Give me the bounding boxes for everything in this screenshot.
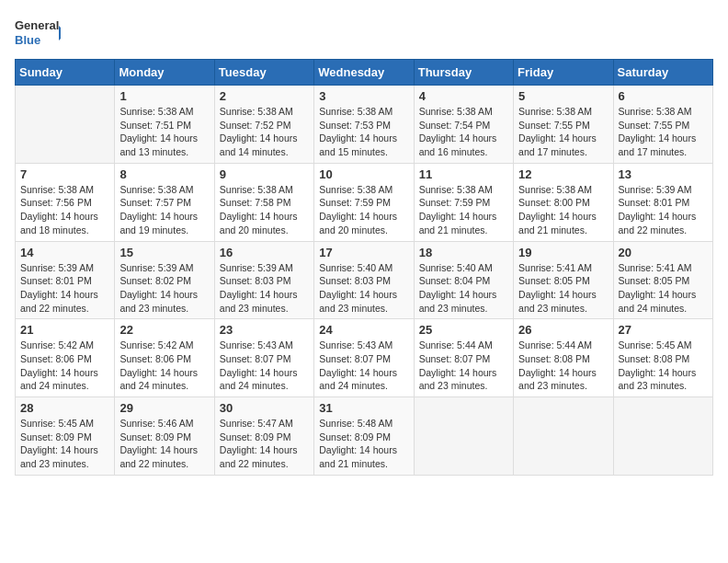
day-number: 3	[319, 89, 408, 103]
day-info: Sunrise: 5:38 AM Sunset: 7:58 PM Dayligh…	[220, 183, 309, 237]
day-header-thursday: Thursday	[414, 60, 513, 86]
day-number: 22	[119, 323, 209, 337]
calendar-cell: 4Sunrise: 5:38 AM Sunset: 7:54 PM Daylig…	[414, 86, 513, 164]
day-info: Sunrise: 5:45 AM Sunset: 8:08 PM Dayligh…	[619, 339, 708, 393]
day-number: 26	[518, 323, 608, 337]
day-info: Sunrise: 5:39 AM Sunset: 8:03 PM Dayligh…	[220, 261, 309, 316]
calendar-cell: 17Sunrise: 5:40 AM Sunset: 8:03 PM Dayli…	[314, 241, 414, 319]
day-info: Sunrise: 5:39 AM Sunset: 8:02 PM Dayligh…	[119, 261, 209, 316]
day-info: Sunrise: 5:38 AM Sunset: 7:53 PM Dayligh…	[319, 105, 408, 159]
day-info: Sunrise: 5:40 AM Sunset: 8:03 PM Dayligh…	[319, 261, 408, 316]
day-number: 14	[20, 246, 109, 259]
calendar-cell: 22Sunrise: 5:42 AM Sunset: 8:06 PM Dayli…	[115, 319, 214, 397]
day-header-friday: Friday	[514, 60, 613, 86]
day-number: 5	[518, 89, 608, 103]
day-number: 12	[518, 167, 608, 181]
day-info: Sunrise: 5:38 AM Sunset: 7:56 PM Dayligh…	[20, 183, 109, 237]
day-info: Sunrise: 5:38 AM Sunset: 7:54 PM Dayligh…	[419, 105, 508, 159]
day-number: 20	[619, 246, 708, 259]
calendar-cell	[613, 397, 712, 476]
day-info: Sunrise: 5:38 AM Sunset: 7:51 PM Dayligh…	[119, 105, 209, 159]
calendar-cell: 12Sunrise: 5:38 AM Sunset: 8:00 PM Dayli…	[514, 163, 613, 241]
calendar-cell: 29Sunrise: 5:46 AM Sunset: 8:09 PM Dayli…	[115, 397, 214, 476]
header: General Blue	[15, 15, 713, 52]
calendar-cell: 9Sunrise: 5:38 AM Sunset: 7:58 PM Daylig…	[214, 163, 313, 241]
day-info: Sunrise: 5:38 AM Sunset: 7:55 PM Dayligh…	[518, 105, 608, 159]
calendar-cell: 8Sunrise: 5:38 AM Sunset: 7:57 PM Daylig…	[115, 163, 214, 241]
day-header-saturday: Saturday	[613, 60, 712, 86]
day-info: Sunrise: 5:38 AM Sunset: 7:59 PM Dayligh…	[319, 183, 408, 237]
svg-text:General: General	[15, 18, 59, 32]
calendar-cell: 24Sunrise: 5:43 AM Sunset: 8:07 PM Dayli…	[314, 319, 414, 397]
day-number: 27	[619, 323, 708, 337]
day-info: Sunrise: 5:40 AM Sunset: 8:04 PM Dayligh…	[419, 261, 508, 316]
svg-text:Blue: Blue	[15, 33, 40, 47]
day-info: Sunrise: 5:39 AM Sunset: 8:01 PM Dayligh…	[619, 183, 708, 237]
day-info: Sunrise: 5:42 AM Sunset: 8:06 PM Dayligh…	[20, 339, 109, 393]
day-info: Sunrise: 5:45 AM Sunset: 8:09 PM Dayligh…	[20, 417, 109, 471]
day-info: Sunrise: 5:39 AM Sunset: 8:01 PM Dayligh…	[20, 261, 109, 316]
calendar-cell: 14Sunrise: 5:39 AM Sunset: 8:01 PM Dayli…	[16, 241, 115, 319]
calendar-cell: 5Sunrise: 5:38 AM Sunset: 7:55 PM Daylig…	[514, 86, 613, 164]
calendar: SundayMondayTuesdayWednesdayThursdayFrid…	[15, 59, 713, 476]
day-header-tuesday: Tuesday	[214, 60, 313, 86]
day-number: 25	[419, 323, 508, 337]
calendar-cell: 30Sunrise: 5:47 AM Sunset: 8:09 PM Dayli…	[214, 397, 313, 476]
calendar-cell: 25Sunrise: 5:44 AM Sunset: 8:07 PM Dayli…	[414, 319, 513, 397]
day-header-monday: Monday	[115, 60, 214, 86]
day-number: 4	[419, 89, 508, 103]
calendar-cell: 28Sunrise: 5:45 AM Sunset: 8:09 PM Dayli…	[16, 397, 115, 476]
day-number: 10	[319, 167, 408, 181]
day-info: Sunrise: 5:44 AM Sunset: 8:08 PM Dayligh…	[518, 339, 608, 393]
day-number: 16	[220, 246, 309, 259]
day-info: Sunrise: 5:41 AM Sunset: 8:05 PM Dayligh…	[619, 261, 708, 316]
calendar-cell: 20Sunrise: 5:41 AM Sunset: 8:05 PM Dayli…	[613, 241, 712, 319]
calendar-cell: 3Sunrise: 5:38 AM Sunset: 7:53 PM Daylig…	[314, 86, 414, 164]
calendar-header-row: SundayMondayTuesdayWednesdayThursdayFrid…	[16, 60, 713, 86]
day-number: 8	[119, 167, 209, 181]
day-number: 15	[119, 246, 209, 259]
calendar-cell: 23Sunrise: 5:43 AM Sunset: 8:07 PM Dayli…	[214, 319, 313, 397]
logo: General Blue	[15, 15, 61, 52]
calendar-cell: 10Sunrise: 5:38 AM Sunset: 7:59 PM Dayli…	[314, 163, 414, 241]
day-number: 28	[20, 401, 109, 415]
day-number: 18	[419, 246, 508, 259]
day-number: 19	[518, 246, 608, 259]
day-info: Sunrise: 5:38 AM Sunset: 7:59 PM Dayligh…	[419, 183, 508, 237]
day-number: 2	[220, 89, 309, 103]
day-number: 1	[119, 89, 209, 103]
day-info: Sunrise: 5:42 AM Sunset: 8:06 PM Dayligh…	[119, 339, 209, 393]
calendar-cell: 7Sunrise: 5:38 AM Sunset: 7:56 PM Daylig…	[16, 163, 115, 241]
calendar-cell: 27Sunrise: 5:45 AM Sunset: 8:08 PM Dayli…	[613, 319, 712, 397]
day-number: 31	[319, 401, 408, 415]
day-info: Sunrise: 5:43 AM Sunset: 8:07 PM Dayligh…	[220, 339, 309, 393]
calendar-cell: 19Sunrise: 5:41 AM Sunset: 8:05 PM Dayli…	[514, 241, 613, 319]
calendar-cell: 26Sunrise: 5:44 AM Sunset: 8:08 PM Dayli…	[514, 319, 613, 397]
day-info: Sunrise: 5:38 AM Sunset: 8:00 PM Dayligh…	[518, 183, 608, 237]
calendar-cell: 6Sunrise: 5:38 AM Sunset: 7:55 PM Daylig…	[613, 86, 712, 164]
calendar-cell: 21Sunrise: 5:42 AM Sunset: 8:06 PM Dayli…	[16, 319, 115, 397]
calendar-cell: 31Sunrise: 5:48 AM Sunset: 8:09 PM Dayli…	[314, 397, 414, 476]
day-info: Sunrise: 5:47 AM Sunset: 8:09 PM Dayligh…	[220, 417, 309, 471]
day-number: 17	[319, 246, 408, 259]
calendar-cell: 2Sunrise: 5:38 AM Sunset: 7:52 PM Daylig…	[214, 86, 313, 164]
calendar-cell	[414, 397, 513, 476]
day-number: 30	[220, 401, 309, 415]
day-info: Sunrise: 5:38 AM Sunset: 7:52 PM Dayligh…	[220, 105, 309, 159]
day-number: 7	[20, 167, 109, 181]
calendar-week-row: 7Sunrise: 5:38 AM Sunset: 7:56 PM Daylig…	[16, 163, 713, 241]
svg-marker-2	[59, 26, 61, 40]
day-number: 23	[220, 323, 309, 337]
day-header-wednesday: Wednesday	[314, 60, 414, 86]
calendar-cell: 11Sunrise: 5:38 AM Sunset: 7:59 PM Dayli…	[414, 163, 513, 241]
day-number: 21	[20, 323, 109, 337]
day-number: 9	[220, 167, 309, 181]
calendar-cell: 18Sunrise: 5:40 AM Sunset: 8:04 PM Dayli…	[414, 241, 513, 319]
day-info: Sunrise: 5:41 AM Sunset: 8:05 PM Dayligh…	[518, 261, 608, 316]
calendar-cell	[16, 86, 115, 164]
day-header-sunday: Sunday	[16, 60, 115, 86]
day-info: Sunrise: 5:48 AM Sunset: 8:09 PM Dayligh…	[319, 417, 408, 471]
day-number: 13	[619, 167, 708, 181]
day-number: 29	[119, 401, 209, 415]
calendar-cell: 15Sunrise: 5:39 AM Sunset: 8:02 PM Dayli…	[115, 241, 214, 319]
